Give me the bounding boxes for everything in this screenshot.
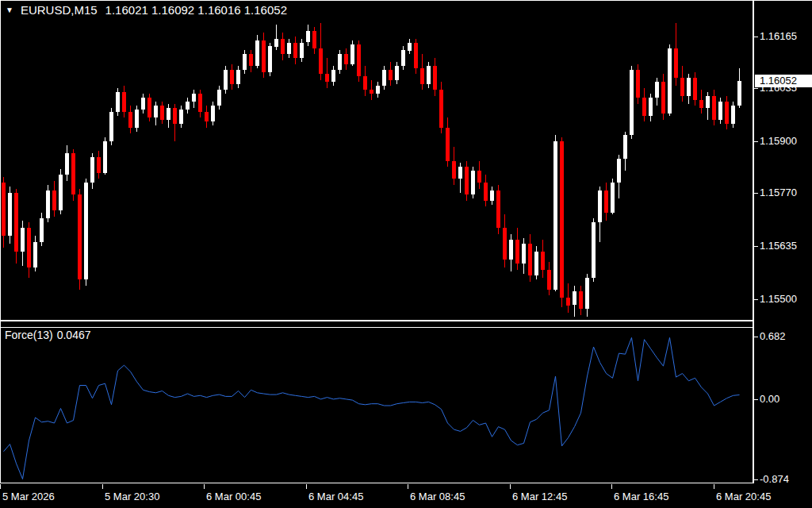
time-axis-tick (611, 484, 612, 489)
axis-tick (754, 141, 758, 142)
force-axis-label: -0.874 (760, 473, 789, 486)
force-axis-label: 0.682 (760, 330, 786, 343)
window-top-border (0, 0, 812, 1)
time-axis-label: 6 Mar 00:45 (206, 491, 261, 503)
axis-tick (754, 246, 758, 247)
force-axis-label: 0.00 (760, 393, 779, 406)
window-left-border (0, 0, 1, 483)
time-axis-tick (102, 484, 103, 489)
price-pane-bottom-border (0, 320, 754, 321)
axis-tick (754, 37, 758, 37)
time-axis-label: 5 Mar 20:30 (105, 491, 159, 503)
triangle-down-icon: ▼ (6, 6, 13, 14)
time-axis-tick (204, 484, 205, 489)
current-price-box: 1.16052 (755, 75, 812, 87)
time-axis-label: 6 Mar 08:45 (410, 491, 465, 503)
force-indicator-pane[interactable] (0, 328, 755, 483)
axis-tick (754, 193, 758, 194)
time-axis-tick (0, 484, 1, 489)
axis-tick (754, 299, 758, 300)
time-axis-label: 6 Mar 12:45 (512, 491, 567, 503)
price-chart-pane[interactable] (0, 0, 755, 321)
axis-tick (754, 88, 758, 89)
axis-tick (754, 337, 758, 337)
price-axis-label: 1.15770 (760, 187, 797, 199)
chart-title: ▼EURUSD,M151.16021 1.16092 1.16016 1.160… (6, 3, 287, 17)
chart-window: ▼EURUSD,M151.16021 1.16092 1.16016 1.160… (0, 0, 812, 508)
time-axis-label: 6 Mar 16:45 (614, 491, 668, 503)
chart-title-ohlc: 1.16021 1.16092 1.16016 1.16052 (105, 3, 287, 17)
time-axis-tick (510, 484, 511, 489)
time-axis-tick (714, 484, 714, 489)
indicator-label: Force(13)0.0467 (5, 329, 91, 341)
time-axis-tick (306, 484, 307, 489)
price-axis-label: 1.15900 (760, 135, 797, 148)
price-axis-label: 1.15635 (760, 240, 797, 252)
price-axis-label: 1.16165 (760, 30, 797, 43)
indicator-name: Force(13) (5, 329, 53, 341)
force-pane-bottom-border (0, 483, 754, 483)
time-axis-label: 5 Mar 2026 (2, 491, 55, 503)
price-axis-separator (753, 0, 754, 483)
time-axis-label: 6 Mar 04:45 (308, 491, 363, 503)
time-axis-tick (408, 484, 408, 489)
axis-tick (754, 399, 758, 400)
indicator-value: 0.0467 (57, 329, 91, 341)
chart-title-symbol: EURUSD,M15 (21, 3, 98, 17)
time-axis-label: 6 Mar 20:45 (716, 491, 771, 503)
force-pane-top-border (0, 327, 754, 328)
price-axis-label: 1.15500 (760, 293, 797, 306)
axis-tick (754, 479, 758, 480)
